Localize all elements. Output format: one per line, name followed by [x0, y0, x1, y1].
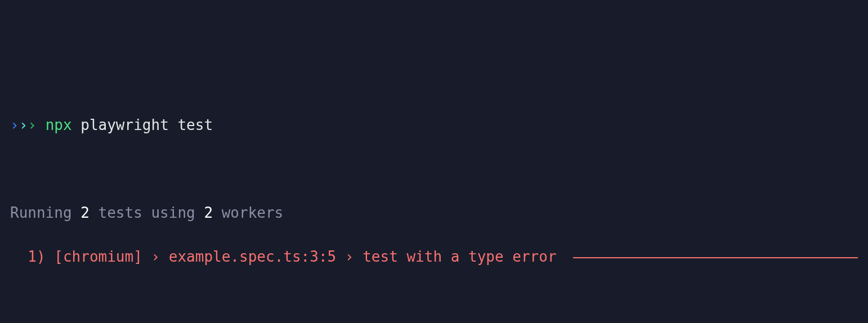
failure-file: example.spec.ts:3:5	[169, 248, 336, 265]
terminal-output: ››› npx playwright test Running 2 tests …	[10, 92, 858, 323]
prompt-line: ››› npx playwright test	[10, 114, 858, 136]
command-binary: npx	[46, 116, 72, 133]
failure-index: 1)	[28, 248, 45, 265]
prompt-chevron: ›	[19, 116, 28, 133]
tests-count: 2	[80, 204, 90, 221]
prompt-chevron: ›	[10, 116, 19, 133]
separator-line	[573, 257, 858, 258]
failure-title: test with a type error	[363, 248, 556, 265]
blank	[10, 158, 858, 180]
failed-test-header: 1) [chromium] › example.spec.ts:3:5 › te…	[10, 246, 858, 268]
workers-count: 2	[204, 204, 213, 221]
prompt-chevron: ›	[28, 116, 37, 133]
blank	[10, 290, 858, 312]
failure-project: [chromium]	[54, 248, 142, 265]
running-summary: Running 2 tests using 2 workers	[10, 202, 858, 224]
command-args: playwright test	[80, 116, 213, 133]
